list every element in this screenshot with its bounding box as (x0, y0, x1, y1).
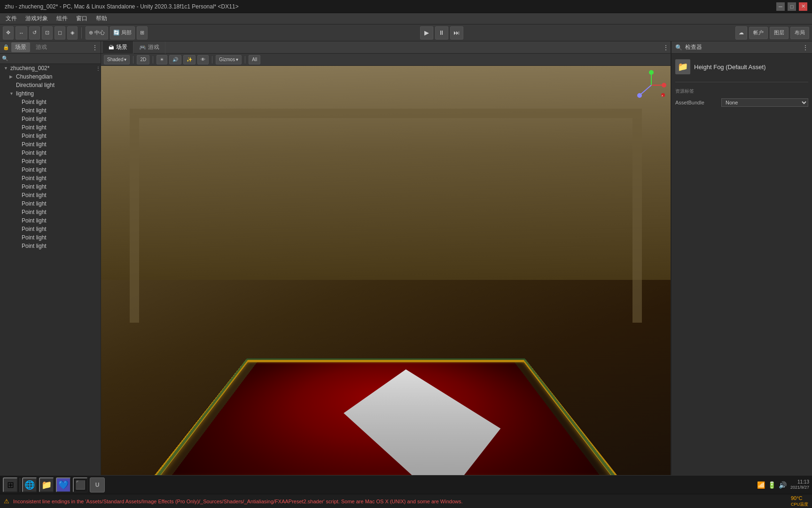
hierarchy-item-pointlight-5[interactable]: Point light (0, 132, 101, 140)
shading-label: Shaded (107, 57, 123, 62)
item-label-chushengdian: Chushengdian (16, 73, 52, 80)
hierarchy-item-pointlight-7[interactable]: Point light (0, 149, 101, 157)
item-label-pl8: Point light (22, 158, 47, 165)
hierarchy-search-icon: 🔍 (2, 56, 8, 62)
scene-panel: 🏔 场景 🎮 游戏 ⋮ Shaded ▾ 2D ☀ 🔊 ✨ 👁 Gizmos (101, 41, 671, 494)
audio-toggle[interactable]: 🔊 (169, 55, 181, 64)
hierarchy-menu-icon[interactable]: ⋮ (92, 44, 98, 51)
gizmos-chevron: ▾ (236, 57, 238, 62)
step-button[interactable]: ⏭ (450, 26, 463, 40)
scene-panel-menu[interactable]: ⋮ (663, 44, 669, 51)
space-local-button[interactable]: 🔄 局部 (110, 26, 135, 40)
hierarchy-item-lighting[interactable]: ▼ lighting (0, 89, 101, 98)
close-button[interactable]: ✕ (799, 2, 807, 11)
hierarchy-item-pointlight-17[interactable]: Point light (0, 233, 101, 242)
gizmos-dropdown[interactable]: Gizmos ▾ (216, 55, 242, 64)
maximize-button[interactable]: □ (788, 2, 796, 11)
item-label-pl16: Point light (22, 226, 47, 232)
move-tool[interactable]: ↔ (16, 26, 27, 40)
layers-button[interactable]: 图层 (770, 27, 789, 39)
taskbar-start[interactable]: ⊞ (3, 477, 18, 492)
lock-icon: 🔒 (3, 44, 9, 50)
collab-button[interactable]: ☁ (735, 26, 747, 40)
hierarchy-item-pointlight-2[interactable]: Point light (0, 106, 101, 115)
hierarchy-item-pointlight-15[interactable]: Point light (0, 216, 101, 225)
menu-gameobject[interactable]: 游戏对象 (22, 14, 52, 24)
hierarchy-item-pointlight-18[interactable]: Point light (0, 242, 101, 250)
pivot-center-button[interactable]: ⊕ 中心 (86, 26, 108, 40)
taskbar-browser[interactable]: 🌐 (22, 477, 37, 492)
gizmos-label: Gizmos (219, 57, 235, 62)
hierarchy-item-pointlight-3[interactable]: Point light (0, 115, 101, 123)
menu-file[interactable]: 文件 (2, 14, 21, 24)
hierarchy-item-pointlight-9[interactable]: Point light (0, 166, 101, 174)
hierarchy-item-pointlight-11[interactable]: Point light (0, 183, 101, 191)
taskbar-unity-icon[interactable]: ⬛ (73, 477, 88, 492)
inspector-menu-icon[interactable]: ⋮ (803, 44, 808, 51)
hierarchy-item-pointlight-16[interactable]: Point light (0, 225, 101, 233)
menu-component[interactable]: 组件 (53, 14, 71, 24)
2d-button[interactable]: 2D (137, 55, 149, 64)
toolbar-center: ▶ ⏸ ⏭ (149, 26, 734, 40)
minimize-button[interactable]: ─ (776, 2, 785, 11)
scale-tool[interactable]: ⊡ (42, 26, 53, 40)
hand-tool[interactable]: ✥ (3, 26, 14, 40)
item-label-pl12: Point light (22, 192, 47, 198)
item-label-pl6: Point light (22, 141, 47, 148)
inspector-asset-item: 📁 Height Fog (Default Asset) (675, 57, 808, 76)
hierarchy-item-pointlight-14[interactable]: Point light (0, 208, 101, 216)
rotate-tool[interactable]: ↺ (29, 26, 40, 40)
taskbar-unity-active[interactable]: U (90, 477, 105, 492)
scene-tab-label[interactable]: 场景 (11, 42, 30, 52)
folder-icon: 📁 (675, 59, 690, 74)
lighting-toggle[interactable]: ☀ (156, 55, 167, 64)
shading-dropdown[interactable]: Shaded ▾ (104, 55, 130, 64)
pause-button[interactable]: ⏸ (435, 26, 448, 40)
scene-options-icon[interactable]: ⋮ (96, 66, 101, 71)
hierarchy-item-pointlight-8[interactable]: Point light (0, 157, 101, 166)
hierarchy-item-directional[interactable]: Directional light (0, 81, 101, 89)
item-label-pl15: Point light (22, 217, 47, 224)
viewport-background (101, 66, 671, 494)
asset-bundle-select[interactable]: None (721, 98, 808, 107)
account-button[interactable]: 帐户 (749, 27, 768, 39)
game-view-tab[interactable]: 🎮 游戏 (133, 41, 165, 54)
hierarchy-item-pointlight-1[interactable]: Point light (0, 98, 101, 106)
fx-toggle[interactable]: ✨ (183, 55, 195, 64)
hierarchy-item-pointlight-6[interactable]: Point light (0, 140, 101, 149)
item-label-pl10: Point light (22, 175, 47, 182)
hierarchy-item-pointlight-13[interactable]: Point light (0, 199, 101, 208)
snap-tool[interactable]: ⊞ (137, 26, 148, 40)
scene-visibility[interactable]: 👁 (197, 55, 209, 64)
all-dropdown[interactable]: All (249, 55, 260, 64)
asset-title: Height Fog (Default Asset) (694, 64, 765, 71)
taskbar-icons-right: 📶 🔋 🔊 (757, 481, 787, 489)
layout-button[interactable]: 布局 (790, 27, 809, 39)
svg-point-1 (662, 83, 666, 87)
item-label-pl1: Point light (22, 99, 47, 105)
item-label-pl2: Point light (22, 107, 47, 114)
window-controls: ─ □ ✕ (776, 2, 807, 11)
scene-view-tab[interactable]: 🏔 场景 (103, 41, 133, 54)
hierarchy-item-pointlight-12[interactable]: Point light (0, 191, 101, 199)
hierarchy-list[interactable]: ▼ zhucheng_002* ⋮ ▶ Chushengdian Directi… (0, 64, 101, 484)
transform-tool[interactable]: ◈ (67, 26, 78, 40)
scene-viewport[interactable]: x < Persp (101, 66, 671, 494)
menu-help[interactable]: 帮助 (92, 14, 111, 24)
warning-icon: ⚠ (4, 498, 9, 505)
hierarchy-scene-root[interactable]: ▼ zhucheng_002* ⋮ (0, 64, 101, 72)
gizmo-overlay: x (635, 69, 668, 103)
hierarchy-item-pointlight-10[interactable]: Point light (0, 174, 101, 183)
game-tab-label[interactable]: 游戏 (32, 42, 51, 52)
taskbar-vs[interactable]: 💙 (56, 477, 71, 492)
taskbar-explorer[interactable]: 📁 (39, 477, 54, 492)
play-button[interactable]: ▶ (420, 26, 433, 40)
rect-tool[interactable]: ◻ (55, 26, 65, 40)
menu-window[interactable]: 窗口 (72, 14, 91, 24)
item-label-pl14: Point light (22, 209, 47, 215)
hierarchy-item-pointlight-4[interactable]: Point light (0, 123, 101, 132)
hierarchy-item-chushengdian[interactable]: ▶ Chushengdian (0, 72, 101, 81)
scene-tabs: 🏔 场景 🎮 游戏 ⋮ (101, 41, 671, 54)
item-label-pl5: Point light (22, 133, 47, 139)
toolbar-right: ☁ 帐户 图层 布局 (735, 26, 809, 40)
